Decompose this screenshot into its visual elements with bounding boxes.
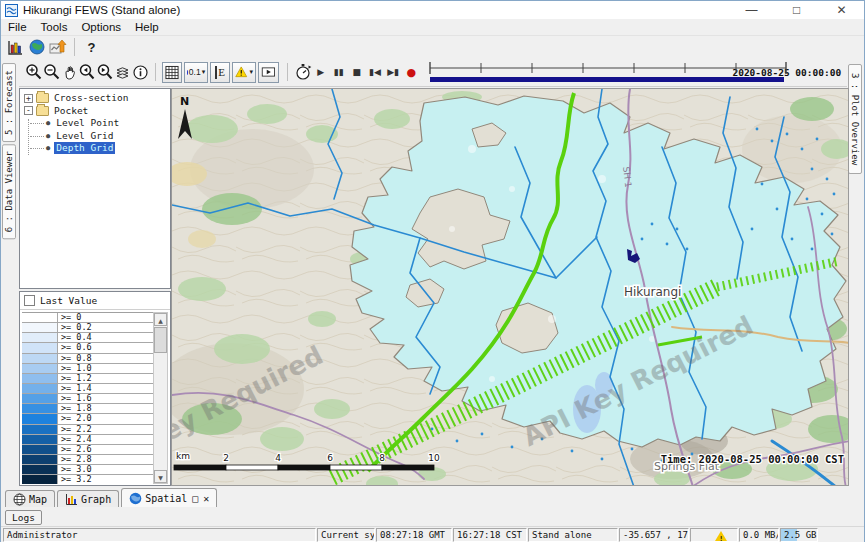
warning-icon: [235, 64, 248, 80]
status-cell: 2.5 GB: [780, 528, 818, 542]
open-display-button[interactable]: [258, 62, 279, 83]
bullet-icon: ●: [46, 117, 50, 129]
timeline-ruler: [428, 60, 791, 84]
scale-tick: 2: [223, 453, 229, 463]
contour-value-button[interactable]: 0.1 ▾: [184, 62, 208, 83]
status-cell-text: -35.657 , 174.199: [623, 530, 689, 540]
zoom-in-button[interactable]: [25, 61, 43, 83]
menu-item[interactable]: Help: [128, 21, 166, 33]
pause-button[interactable]: ▮▮: [330, 67, 348, 77]
map-viewport[interactable]: SH 1 Hikurangi Springs Flat API Key Requ…: [171, 88, 849, 486]
tab-maximize-icon[interactable]: □: [192, 493, 198, 504]
record-button[interactable]: ●: [402, 66, 420, 79]
tree-item[interactable]: + Cross-section: [22, 92, 168, 105]
legend-row-label: >= 2.2: [58, 425, 92, 434]
tab-map[interactable]: Map: [5, 490, 55, 507]
tab-graph[interactable]: Graph: [57, 490, 119, 507]
tree-expander[interactable]: +: [24, 94, 33, 103]
right-panel-tab[interactable]: 3 : Plot Overview: [848, 64, 862, 174]
step-forward-button[interactable]: ▶▮: [384, 67, 402, 77]
menu-item[interactable]: Options: [74, 21, 128, 33]
legend-row-label: >= 0.6: [58, 343, 92, 352]
status-cell-text: 16:27:18 CST: [457, 530, 522, 540]
chevron-down-icon: ▾: [202, 68, 206, 76]
left-panel-tab[interactable]: 5 : Forecast: [2, 63, 16, 142]
menu-item[interactable]: Tools: [34, 21, 75, 33]
layers-button[interactable]: [114, 61, 131, 83]
last-value-checkbox[interactable]: [24, 295, 35, 306]
title-bar: Hikurangi FEWS (Stand alone) — □ ✕: [1, 1, 864, 19]
tree-item[interactable]: ● Level Point: [46, 117, 168, 130]
step-back-button[interactable]: ▮◀: [366, 67, 384, 77]
status-bar: Administrator Current system time:2020-0…: [1, 526, 864, 542]
north-label: N: [180, 95, 189, 108]
scroll-down-icon[interactable]: ▼: [154, 470, 167, 483]
legend-color-swatch: [22, 455, 58, 464]
tab-close-icon[interactable]: ✕: [203, 493, 209, 504]
maximize-button[interactable]: □: [774, 1, 819, 19]
status-cell-text: Administrator: [7, 530, 77, 540]
pan-button[interactable]: [61, 61, 78, 83]
town-label: Hikurangi: [624, 285, 681, 299]
tree-item[interactable]: ● Level Grid: [46, 130, 168, 143]
logs-button[interactable]: Logs: [5, 510, 42, 525]
scrollbar-thumb[interactable]: [154, 327, 167, 353]
timeline-slider[interactable]: [428, 60, 727, 84]
toolbar-separator: [74, 38, 75, 56]
scroll-up-icon[interactable]: ▲: [154, 313, 167, 326]
toolbar-separator: [287, 63, 288, 81]
status-cell: 16:27:18 CST: [453, 528, 527, 542]
tab-graph-label: Graph: [81, 494, 111, 505]
legend-color-swatch: [22, 404, 58, 413]
close-button[interactable]: ✕: [819, 1, 864, 19]
minimize-button[interactable]: —: [729, 1, 774, 19]
label-letter: E: [218, 66, 225, 78]
status-cell: Stand alone: [528, 528, 618, 542]
grid-toggle-button[interactable]: [162, 62, 182, 83]
map-time-overlay: Time: 2020-08-25 00:00:00 CST: [661, 453, 844, 465]
status-cell-text: 0.0 MB/s: [743, 530, 779, 540]
label-bar-icon: [215, 66, 217, 79]
legend-color-swatch: [22, 313, 58, 322]
tree-expander[interactable]: -: [24, 106, 33, 115]
zoom-out-button[interactable]: [43, 61, 61, 83]
bar-chart-icon: [65, 493, 78, 506]
map-display-button[interactable]: [26, 36, 47, 58]
menu-item[interactable]: File: [1, 21, 34, 33]
folder-icon: [36, 93, 49, 103]
legend-color-swatch: [22, 394, 58, 403]
grid-icon: [165, 65, 179, 80]
legend-row[interactable]: >= 3.2: [22, 475, 153, 484]
status-cell: Administrator: [3, 528, 316, 542]
thresholds-button[interactable]: ▾: [232, 62, 256, 83]
stop-button[interactable]: ■: [348, 67, 366, 77]
legend-color-swatch: [22, 384, 58, 393]
tree-item-label: Cross-section: [52, 92, 130, 104]
legend-scrollbar[interactable]: ▲ ▼: [153, 312, 168, 484]
info-button[interactable]: [132, 61, 149, 83]
database-export-button[interactable]: [47, 36, 68, 58]
zoom-previous-button[interactable]: [78, 61, 96, 83]
stopwatch-icon: [294, 63, 312, 81]
scale-unit: km: [176, 451, 190, 461]
scale-tick: 4: [275, 453, 281, 463]
left-panel-tab[interactable]: 6 : Data Viewer: [2, 144, 16, 239]
legend-row-label: >= 0: [58, 313, 81, 322]
tree-item[interactable]: ● Depth Grid: [46, 142, 168, 155]
tab-spatial[interactable]: Spatial □ ✕: [121, 488, 217, 507]
zoom-next-icon: [96, 63, 114, 81]
animation-timer-button[interactable]: [294, 61, 312, 83]
legend-row-label: >= 0.4: [58, 333, 92, 342]
legend-color-swatch: [22, 343, 58, 352]
tree-item-label: Level Grid: [54, 130, 115, 142]
left-tab-strip: 5 : Forecast6 : Data Viewer: [1, 61, 19, 486]
status-cell-text: Current system time:2020-09-01 00:00 CST: [321, 530, 375, 540]
zoom-next-button[interactable]: [96, 61, 114, 83]
tree-item[interactable]: - Pocket: [22, 105, 168, 118]
timeseries-display-button[interactable]: [5, 36, 26, 58]
label-toggle-button[interactable]: E: [210, 62, 230, 83]
help-button[interactable]: ?: [81, 36, 102, 58]
play-button[interactable]: ▶: [312, 67, 330, 77]
timeline-progress-bar: [430, 77, 784, 82]
window-title: Hikurangi FEWS (Stand alone): [23, 4, 180, 16]
